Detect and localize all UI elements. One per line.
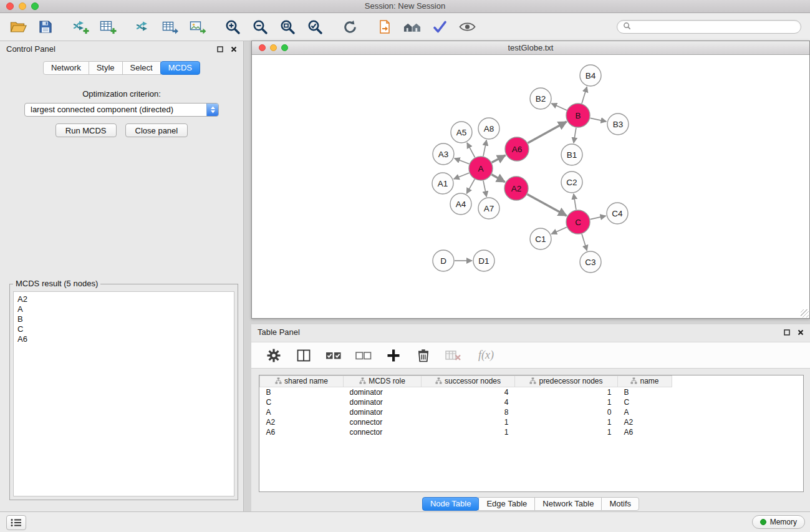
edge-A-A1[interactable] (454, 173, 470, 179)
edge-A-A3[interactable] (455, 158, 470, 164)
edge-A6-B[interactable] (528, 122, 567, 143)
open-icon[interactable] (9, 17, 27, 36)
edge-C-C2[interactable] (574, 194, 576, 210)
resize-handle[interactable] (801, 309, 809, 317)
edge-A-A8[interactable] (483, 140, 486, 157)
tab-mcds[interactable]: MCDS (160, 61, 200, 75)
optimization-criterion-dropdown[interactable]: largest connected component (directed) (24, 103, 219, 117)
export-network-icon[interactable] (133, 17, 152, 36)
cell-name[interactable]: A (618, 407, 672, 417)
save-icon[interactable] (36, 17, 55, 36)
cell-mcds-role[interactable]: dominator (344, 397, 422, 407)
mcds-result-list[interactable]: A2ABCA6 (13, 291, 234, 496)
column-header-mcds-role[interactable]: MCDS role (344, 376, 422, 387)
zoom-out-icon[interactable] (251, 17, 269, 36)
cell-predecessor-nodes[interactable]: 1 (515, 417, 618, 427)
node-A6[interactable]: A6 (505, 137, 529, 161)
node-A4[interactable]: A4 (450, 193, 471, 215)
node-B3[interactable]: B3 (607, 114, 629, 135)
node-C3[interactable]: C3 (580, 251, 601, 273)
edge-B-B4[interactable] (582, 87, 587, 104)
column-header-predecessor-nodes[interactable]: predecessor nodes (515, 376, 618, 387)
node-B[interactable]: B (566, 104, 590, 127)
run-mcds-button[interactable]: Run MCDS (55, 123, 117, 137)
edge-A-A6[interactable] (492, 155, 506, 163)
search-box[interactable] (617, 20, 801, 34)
node-C[interactable]: C (566, 210, 590, 234)
node-C2[interactable]: C2 (561, 172, 582, 193)
cell-shared-name[interactable]: A2 (260, 417, 344, 427)
import-file-icon[interactable] (375, 17, 394, 36)
table-row[interactable]: A2connector11A2 (260, 417, 672, 427)
node-B2[interactable]: B2 (530, 88, 551, 109)
network-minimize-button[interactable] (270, 44, 277, 51)
cell-mcds-role[interactable]: dominator (344, 387, 422, 398)
tab-select[interactable]: Select (122, 61, 161, 75)
close-panel-button[interactable]: Close panel (125, 123, 188, 137)
cell-successor-nodes[interactable]: 1 (422, 427, 515, 437)
close-panel-icon[interactable] (798, 329, 804, 336)
cell-shared-name[interactable]: C (260, 397, 344, 407)
edge-C-C3[interactable] (582, 234, 587, 251)
cell-name[interactable]: A2 (618, 417, 672, 427)
show-all-networks-icon[interactable] (403, 17, 422, 36)
network-canvas[interactable]: B4B2BB3A5A8A6B1A3AC2A1A2A4A7C4CC1C3DD1 (252, 55, 809, 319)
node-C4[interactable]: C4 (607, 203, 628, 224)
column-header-shared-name[interactable]: shared name (260, 376, 344, 387)
select-all-icon[interactable] (325, 347, 342, 364)
tab-motifs[interactable]: Motifs (601, 497, 639, 511)
refresh-icon[interactable] (340, 17, 359, 36)
zoom-in-icon[interactable] (223, 17, 242, 36)
node-A5[interactable]: A5 (451, 122, 472, 143)
cell-predecessor-nodes[interactable]: 1 (515, 387, 618, 398)
node-B1[interactable]: B1 (561, 144, 582, 165)
tab-node-table[interactable]: Node Table (422, 497, 480, 511)
columns-icon[interactable] (295, 347, 312, 364)
close-panel-icon[interactable] (231, 46, 237, 52)
close-window-button[interactable] (6, 2, 14, 10)
cell-successor-nodes[interactable]: 4 (422, 387, 515, 398)
zoom-fit-icon[interactable] (278, 17, 297, 36)
cell-name[interactable]: C (618, 397, 672, 407)
zoom-selected-icon[interactable] (306, 17, 324, 36)
cell-name[interactable]: A6 (618, 427, 672, 437)
cell-predecessor-nodes[interactable]: 0 (515, 407, 618, 417)
add-row-icon[interactable] (385, 347, 402, 364)
table-row[interactable]: A6connector11A6 (260, 427, 672, 437)
edge-B-B1[interactable] (574, 128, 576, 143)
node-B4[interactable]: B4 (580, 65, 601, 86)
cell-shared-name[interactable]: A6 (260, 427, 344, 437)
node-A2[interactable]: A2 (504, 177, 528, 200)
node-A8[interactable]: A8 (478, 118, 499, 139)
cell-mcds-role[interactable]: connector (344, 417, 422, 427)
node-A1[interactable]: A1 (432, 173, 453, 194)
cell-predecessor-nodes[interactable]: 1 (515, 427, 618, 437)
cell-successor-nodes[interactable]: 8 (422, 407, 515, 417)
edge-B-B2[interactable] (551, 104, 567, 110)
memory-button[interactable]: Memory (752, 515, 805, 529)
mcds-result-item[interactable]: A (17, 304, 230, 314)
import-table-icon[interactable] (99, 17, 117, 36)
edge-A-A5[interactable] (467, 143, 475, 158)
node-C1[interactable]: C1 (530, 228, 551, 249)
cell-mcds-role[interactable]: dominator (344, 407, 422, 417)
mcds-result-item[interactable]: A2 (17, 294, 230, 304)
node-A7[interactable]: A7 (478, 198, 499, 219)
cell-successor-nodes[interactable]: 1 (422, 417, 515, 427)
node-D[interactable]: D (433, 250, 454, 271)
mcds-result-item[interactable]: B (17, 314, 230, 324)
mcds-result-item[interactable]: A6 (17, 334, 230, 344)
cell-name[interactable]: B (618, 387, 672, 398)
edge-A2-C[interactable] (528, 195, 567, 216)
node-A3[interactable]: A3 (433, 143, 454, 165)
cell-shared-name[interactable]: A (260, 407, 344, 417)
edge-A-A2[interactable] (491, 175, 504, 182)
float-panel-icon[interactable] (784, 329, 790, 336)
node-D1[interactable]: D1 (473, 250, 494, 271)
float-panel-icon[interactable] (217, 46, 223, 52)
column-header-name[interactable]: name (618, 376, 672, 387)
search-input[interactable] (635, 22, 795, 32)
tab-network-table[interactable]: Network Table (534, 497, 602, 511)
window-titlebar[interactable]: Session: New Session (0, 0, 810, 13)
edge-A-A4[interactable] (466, 179, 475, 193)
